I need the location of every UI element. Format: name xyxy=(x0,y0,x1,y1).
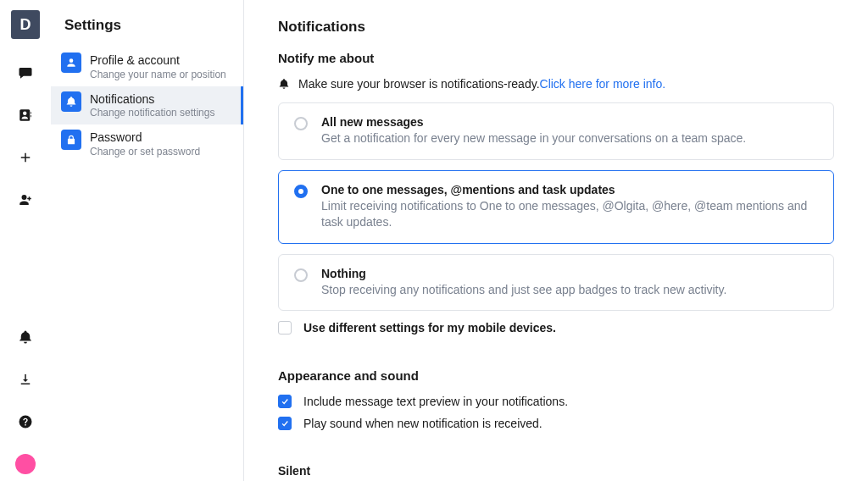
settings-item-label: Profile & account xyxy=(90,53,226,69)
settings-sidebar: Settings Profile & account Change your n… xyxy=(51,0,244,481)
help-icon[interactable] xyxy=(10,406,41,437)
silent-heading: Silent xyxy=(278,464,834,478)
app-rail: D xyxy=(0,0,51,481)
checkbox-icon xyxy=(278,395,292,408)
option-desc: Get a notification for every new message… xyxy=(321,130,746,147)
option-title: Nothing xyxy=(321,267,726,280)
bell-icon[interactable] xyxy=(10,322,41,352)
bell-icon xyxy=(278,78,290,90)
option-title: One to one messages, @mentions and task … xyxy=(321,183,820,196)
appearance-heading: Appearance and sound xyxy=(278,368,834,383)
checkbox-icon xyxy=(278,417,292,430)
settings-title: Settings xyxy=(51,17,243,47)
appearance-option-preview[interactable]: Include message text preview in your not… xyxy=(278,395,834,408)
radio-icon xyxy=(294,117,308,130)
browser-ready-row: Make sure your browser is notifications-… xyxy=(278,77,834,91)
chat-icon[interactable] xyxy=(10,58,41,88)
option-title: All new messages xyxy=(321,115,746,129)
download-icon[interactable] xyxy=(10,364,41,395)
appearance-option-sound[interactable]: Play sound when new notification is rece… xyxy=(278,417,834,430)
option-desc: Limit receiving notifications to One to … xyxy=(321,198,820,231)
page-heading: Notifications xyxy=(278,19,834,36)
settings-item-label: Notifications xyxy=(90,92,214,108)
checkbox-label: Play sound when new notification is rece… xyxy=(303,417,542,430)
presence-indicator[interactable] xyxy=(15,454,36,474)
notify-option-mentions[interactable]: One to one messages, @mentions and task … xyxy=(278,170,834,244)
notify-option-nothing[interactable]: Nothing Stop receiving any notifications… xyxy=(278,254,834,312)
workspace-avatar[interactable]: D xyxy=(11,10,40,39)
person-icon xyxy=(61,53,81,73)
settings-item-notifications[interactable]: Notifications Change notification settin… xyxy=(51,86,243,125)
option-desc: Stop receiving any notifications and jus… xyxy=(321,282,726,299)
add-icon[interactable] xyxy=(10,142,41,173)
mobile-diff-row[interactable]: Use different settings for my mobile dev… xyxy=(278,321,834,334)
settings-item-label: Password xyxy=(90,130,200,146)
settings-item-desc: Change or set password xyxy=(90,146,200,158)
checkbox-icon xyxy=(278,321,292,334)
main-content: Notifications Notify me about Make sure … xyxy=(244,0,868,481)
settings-item-desc: Change your name or position xyxy=(90,69,226,81)
mobile-diff-label: Use different settings for my mobile dev… xyxy=(303,321,556,334)
radio-icon xyxy=(294,268,308,282)
notify-heading: Notify me about xyxy=(278,51,834,65)
add-user-icon[interactable] xyxy=(10,185,41,215)
browser-info-link[interactable]: Click here for more info. xyxy=(540,77,666,91)
notify-option-all[interactable]: All new messages Get a notification for … xyxy=(278,102,834,160)
contacts-icon[interactable] xyxy=(10,100,41,130)
lock-icon xyxy=(61,130,81,150)
settings-item-profile[interactable]: Profile & account Change your name or po… xyxy=(51,47,243,86)
checkbox-label: Include message text preview in your not… xyxy=(303,395,568,408)
settings-item-password[interactable]: Password Change or set password xyxy=(51,124,243,163)
settings-item-desc: Change notification settings xyxy=(90,107,214,119)
radio-icon xyxy=(294,185,308,198)
bell-icon xyxy=(61,91,81,112)
browser-ready-text: Make sure your browser is notifications-… xyxy=(298,77,540,91)
